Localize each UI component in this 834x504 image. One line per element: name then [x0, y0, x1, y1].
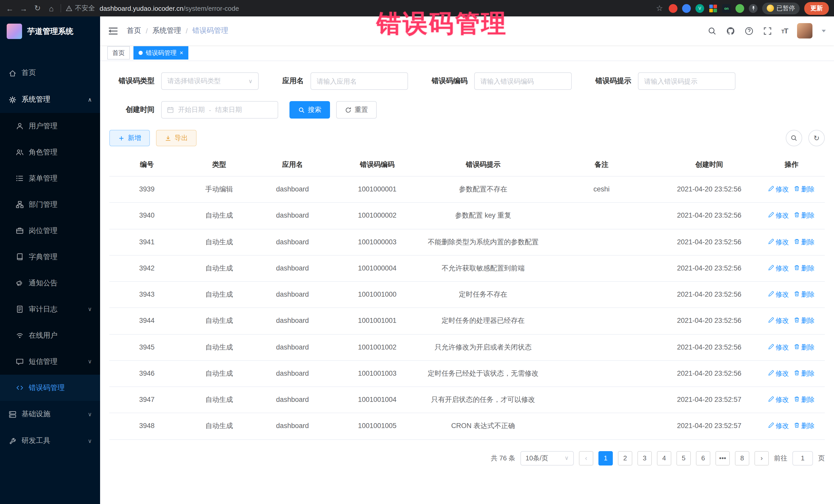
submenu: 用户管理角色管理菜单管理部门管理岗位管理字典管理通知公告审计日志∨在线用户短信管… [0, 113, 100, 401]
sidebar-item-通知公告[interactable]: 通知公告 [0, 270, 100, 296]
cell-type: 自动生成 [184, 387, 254, 413]
breadcrumb-item-错误码管理[interactable]: 错误码管理 [193, 26, 228, 36]
cell-app: dashboard [254, 176, 331, 203]
delete-link[interactable]: 删除 [794, 184, 814, 194]
edit-link[interactable]: 修改 [768, 369, 789, 378]
tab-首页[interactable]: 首页 [107, 46, 130, 60]
paused-badge[interactable]: 已暂停 [762, 2, 799, 14]
edit-link[interactable]: 修改 [768, 395, 789, 405]
help-icon[interactable] [744, 26, 754, 36]
delete-link[interactable]: 删除 [794, 395, 814, 405]
edit-link[interactable]: 修改 [768, 342, 789, 352]
extension-grid-icon[interactable] [709, 4, 718, 13]
sidebar-item-错误码管理[interactable]: 错误码管理 [0, 375, 100, 401]
extension-blue-icon[interactable] [682, 4, 691, 13]
fullscreen-icon[interactable] [763, 26, 772, 36]
security-indicator[interactable]: 不安全 [66, 4, 95, 13]
tab-错误码管理[interactable]: 错误码管理× [133, 46, 188, 60]
page-size-select[interactable]: 10条/页 ∨ [521, 451, 574, 465]
edit-link[interactable]: 修改 [768, 263, 789, 273]
extension-on-icon[interactable]: on [722, 4, 731, 13]
next-page-button[interactable]: › [754, 451, 769, 465]
edit-icon [768, 395, 774, 405]
page-button-8[interactable]: 8 [735, 451, 749, 465]
hamburger-icon[interactable] [108, 26, 118, 36]
error-type-select[interactable]: 请选择错误码类型 ∨ [161, 72, 259, 90]
navbar-actions: TT [707, 23, 826, 39]
more-pages-button[interactable]: ••• [716, 451, 730, 465]
update-button[interactable]: 更新 [804, 2, 829, 15]
page-button-6[interactable]: 6 [696, 451, 710, 465]
sidebar-item-菜单管理[interactable]: 菜单管理 [0, 165, 100, 192]
goto-prefix: 前往 [774, 454, 787, 463]
delete-link[interactable]: 删除 [794, 289, 814, 300]
page-button-4[interactable]: 4 [657, 451, 671, 465]
sidebar-item-研发工具[interactable]: 研发工具∨ [0, 428, 100, 454]
user-avatar[interactable] [797, 23, 812, 39]
font-size-icon[interactable]: TT [782, 27, 788, 35]
sidebar-item-审计日志[interactable]: 审计日志∨ [0, 296, 100, 322]
document-icon [15, 305, 24, 313]
extension-teal-icon[interactable]: V [696, 4, 704, 13]
sidebar-item-系统管理[interactable]: 系统管理∧ [0, 86, 100, 113]
forward-icon[interactable]: → [19, 4, 28, 13]
app-name-input[interactable] [310, 72, 408, 90]
edit-link[interactable]: 修改 [768, 211, 789, 221]
sidebar-item-部门管理[interactable]: 部门管理 [0, 192, 100, 218]
github-icon[interactable] [726, 26, 735, 36]
pin-icon[interactable] [749, 4, 758, 13]
edit-link[interactable]: 修改 [768, 316, 789, 326]
search-button[interactable]: 搜索 [289, 101, 330, 118]
app-logo[interactable]: 芋道管理系统 [0, 17, 100, 46]
search-icon[interactable] [707, 26, 717, 36]
prev-page-button[interactable]: ‹ [579, 451, 593, 465]
edit-link[interactable]: 修改 [768, 184, 789, 194]
delete-link[interactable]: 删除 [794, 237, 814, 247]
delete-link[interactable]: 删除 [794, 263, 814, 273]
edit-link[interactable]: 修改 [768, 289, 789, 300]
delete-icon [794, 263, 799, 273]
date-range-picker[interactable]: 开始日期 - 结束日期 [161, 101, 278, 118]
sidebar-item-岗位管理[interactable]: 岗位管理 [0, 218, 100, 244]
delete-link[interactable]: 删除 [794, 316, 814, 326]
sidebar-item-短信管理[interactable]: 短信管理∨ [0, 349, 100, 375]
home-icon[interactable]: ⌂ [47, 4, 56, 13]
chevron-down-icon[interactable] [822, 29, 826, 32]
code-icon [15, 384, 24, 392]
page-button-5[interactable]: 5 [676, 451, 691, 465]
goto-page-input[interactable] [792, 451, 813, 465]
sidebar-item-字典管理[interactable]: 字典管理 [0, 244, 100, 270]
megaphone-icon [15, 279, 24, 287]
page-button-1[interactable]: 1 [598, 451, 613, 465]
error-code-input[interactable] [474, 72, 572, 90]
sidebar-item-用户管理[interactable]: 用户管理 [0, 113, 100, 139]
back-icon[interactable]: ← [5, 4, 14, 13]
delete-link[interactable]: 删除 [794, 211, 814, 221]
edit-link[interactable]: 修改 [768, 421, 789, 431]
sidebar-item-首页[interactable]: 首页 [0, 60, 100, 86]
sidebar-item-基础设施[interactable]: 基础设施∨ [0, 401, 100, 428]
edit-link[interactable]: 修改 [768, 237, 789, 247]
sidebar-item-角色管理[interactable]: 角色管理 [0, 139, 100, 165]
extension-green-icon[interactable] [736, 4, 744, 13]
export-button[interactable]: 导出 [156, 130, 197, 146]
delete-link[interactable]: 删除 [794, 421, 814, 431]
delete-link[interactable]: 删除 [794, 342, 814, 352]
error-hint-input[interactable] [638, 72, 736, 90]
refresh-table-button[interactable]: ↻ [808, 130, 825, 146]
reset-button[interactable]: 重置 [336, 101, 377, 118]
breadcrumb-item-首页[interactable]: 首页 [127, 26, 141, 36]
page-button-3[interactable]: 3 [637, 451, 652, 465]
close-icon[interactable]: × [180, 50, 183, 56]
reload-icon[interactable]: ↻ [33, 4, 42, 13]
extension-red-icon[interactable] [669, 4, 678, 13]
bookmark-star-icon[interactable]: ☆ [655, 4, 664, 13]
warning-icon [66, 5, 72, 12]
delete-link[interactable]: 删除 [794, 369, 814, 378]
toggle-search-button[interactable] [786, 130, 802, 146]
page-button-2[interactable]: 2 [618, 451, 632, 465]
url-bar[interactable]: dashboard.yudao.iocoder.cn/system/error-… [100, 4, 239, 12]
breadcrumb-item-系统管理[interactable]: 系统管理 [152, 26, 181, 36]
add-button[interactable]: 新增 [109, 130, 150, 146]
sidebar-item-在线用户[interactable]: 在线用户 [0, 322, 100, 349]
